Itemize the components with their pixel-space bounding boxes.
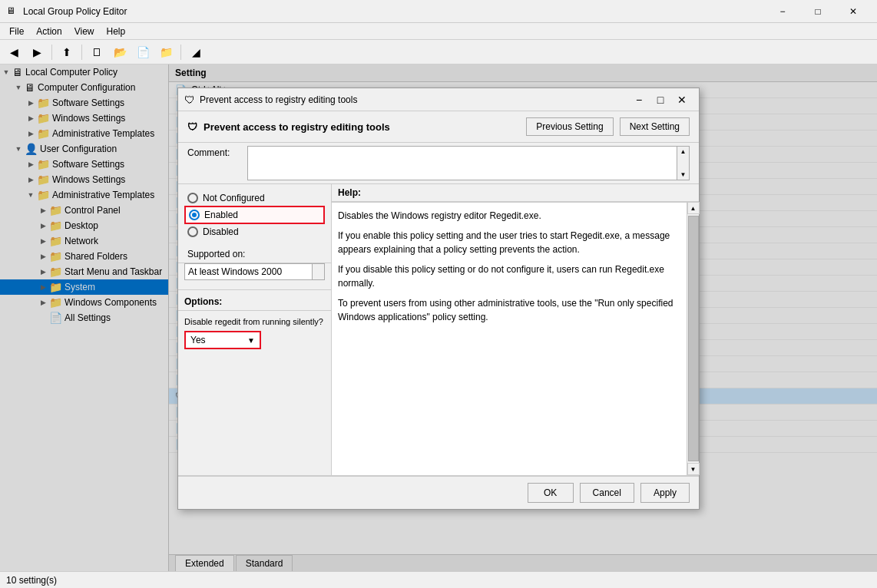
radio-enabled-label: Enabled bbox=[204, 210, 238, 220]
new-window-button[interactable]: 📂 bbox=[109, 42, 131, 62]
dialog-icon: 🛡 bbox=[184, 94, 195, 106]
supported-value-row: At least Windows 2000 bbox=[178, 263, 331, 286]
right-middle: Help: Disables the Windows registry edit… bbox=[332, 184, 699, 475]
minimize-button[interactable]: − bbox=[765, 0, 800, 23]
comment-label: Comment: bbox=[187, 147, 241, 158]
scroll-up-arrow[interactable]: ▲ bbox=[687, 202, 700, 214]
radio-disabled-label: Disabled bbox=[203, 226, 239, 237]
status-text: 10 setting(s) bbox=[6, 575, 57, 586]
dialog-title: Prevent access to registry editing tools bbox=[200, 94, 628, 105]
help-content-wrapper: Disables the Windows registry editor Reg… bbox=[332, 201, 699, 475]
close-button[interactable]: ✕ bbox=[836, 0, 871, 23]
app-icon: 🖥 bbox=[6, 5, 18, 18]
option-dropdown-row: Yes ▼ bbox=[184, 331, 325, 349]
help-para-4: If you disable this policy setting or do… bbox=[338, 263, 680, 290]
comment-scrollbar: ▲ ▼ bbox=[677, 147, 689, 180]
main-container: ▼ 🖥 Local Computer Policy ▼ 🖥 Computer C… bbox=[0, 64, 877, 571]
dropdown-arrow-icon: ▼ bbox=[247, 336, 255, 345]
ok-button[interactable]: OK bbox=[528, 483, 574, 503]
dialog-top: 🛡 Prevent access to registry editing too… bbox=[178, 111, 699, 143]
radio-not-configured[interactable]: Not Configured bbox=[184, 190, 325, 206]
supported-value: At least Windows 2000 bbox=[188, 266, 282, 277]
maximize-button[interactable]: □ bbox=[800, 0, 836, 23]
back-button[interactable]: ◀ bbox=[3, 42, 25, 62]
help-scrollbar[interactable]: ▲ ▼ bbox=[687, 202, 699, 475]
supported-scrollbar bbox=[312, 264, 324, 279]
separator bbox=[178, 289, 331, 290]
dialog: 🛡 Prevent access to registry editing too… bbox=[177, 88, 700, 510]
option-row-1: Disable regedit from running silently? bbox=[184, 317, 325, 326]
dialog-minimize-button[interactable]: − bbox=[628, 91, 650, 109]
middle-section: Not Configured Enabled Disabled bbox=[178, 184, 699, 476]
left-middle: Not Configured Enabled Disabled bbox=[178, 184, 332, 475]
menu-view[interactable]: View bbox=[68, 25, 101, 38]
toolbar-separator-1 bbox=[51, 45, 52, 60]
policy-title: 🛡 Prevent access to registry editing too… bbox=[187, 121, 390, 133]
help-para-6: To prevent users from using other admini… bbox=[338, 296, 680, 324]
menu-help[interactable]: Help bbox=[101, 25, 132, 38]
forward-button[interactable]: ▶ bbox=[26, 42, 48, 62]
radio-group: Not Configured Enabled Disabled bbox=[178, 184, 331, 246]
radio-enabled-input bbox=[189, 210, 200, 220]
cancel-button[interactable]: Cancel bbox=[580, 483, 634, 503]
window-controls: − □ ✕ bbox=[765, 0, 871, 23]
dialog-close-button[interactable]: ✕ bbox=[671, 91, 693, 109]
radio-enabled[interactable]: Enabled bbox=[184, 206, 325, 224]
toolbar: ◀ ▶ ⬆ 🗌 📂 📄 📁 ◢ bbox=[0, 40, 877, 64]
filter-button[interactable]: ◢ bbox=[185, 42, 207, 62]
app-title: Local Group Policy Editor bbox=[23, 6, 765, 17]
help-para-2: If you enable this policy setting and th… bbox=[338, 229, 680, 256]
title-bar: 🖥 Local Group Policy Editor − □ ✕ bbox=[0, 0, 877, 23]
next-setting-button[interactable]: Next Setting bbox=[620, 117, 690, 136]
show-hide-button[interactable]: 🗌 bbox=[86, 42, 108, 62]
scroll-thumb[interactable] bbox=[688, 216, 699, 461]
supported-box: At least Windows 2000 bbox=[184, 263, 325, 280]
supported-label: Supported on: bbox=[187, 249, 264, 259]
radio-disabled-input bbox=[187, 226, 198, 237]
radio-not-configured-input bbox=[187, 193, 198, 203]
previous-setting-button[interactable]: Previous Setting bbox=[526, 117, 613, 136]
scroll-down-arrow[interactable]: ▼ bbox=[687, 463, 700, 475]
help-header: Help: bbox=[332, 184, 699, 201]
folder-button[interactable]: 📁 bbox=[155, 42, 177, 62]
toolbar-separator-2 bbox=[81, 45, 82, 60]
option-select[interactable]: Yes ▼ bbox=[184, 331, 261, 349]
help-area: Disables the Windows registry editor Reg… bbox=[332, 202, 687, 475]
dialog-title-bar: 🛡 Prevent access to registry editing too… bbox=[178, 88, 699, 111]
apply-button[interactable]: Apply bbox=[640, 483, 690, 503]
dialog-maximize-button[interactable]: □ bbox=[650, 91, 671, 109]
comment-box[interactable]: ▲ ▼ bbox=[247, 146, 690, 180]
option-select-value: Yes bbox=[190, 335, 206, 345]
dialog-controls: − □ ✕ bbox=[628, 91, 693, 109]
dialog-footer: OK Cancel Apply bbox=[178, 476, 699, 509]
toolbar-separator-3 bbox=[180, 45, 181, 60]
menu-bar: File Action View Help bbox=[0, 23, 877, 40]
policy-name: Prevent access to registry editing tools bbox=[204, 121, 390, 133]
policy-icon: 🛡 bbox=[187, 121, 197, 133]
menu-file[interactable]: File bbox=[3, 25, 30, 38]
options-header: Options: bbox=[178, 293, 331, 310]
comment-row: Comment: ▲ ▼ bbox=[178, 143, 699, 184]
help-para-0: Disables the Windows registry editor Reg… bbox=[338, 209, 680, 223]
up-button[interactable]: ⬆ bbox=[56, 42, 78, 62]
radio-disabled[interactable]: Disabled bbox=[184, 224, 325, 239]
option-label-1: Disable regedit from running silently? bbox=[184, 317, 323, 326]
status-bar: 10 setting(s) bbox=[0, 571, 877, 588]
dialog-overlay: 🛡 Prevent access to registry editing too… bbox=[0, 64, 877, 571]
dialog-nav-buttons: Previous Setting Next Setting bbox=[526, 117, 690, 136]
radio-not-configured-label: Not Configured bbox=[203, 193, 265, 203]
options-area: Disable regedit from running silently? Y… bbox=[178, 310, 331, 475]
properties-button[interactable]: 📄 bbox=[132, 42, 154, 62]
supported-row: Supported on: bbox=[178, 246, 331, 263]
menu-action[interactable]: Action bbox=[30, 25, 68, 38]
